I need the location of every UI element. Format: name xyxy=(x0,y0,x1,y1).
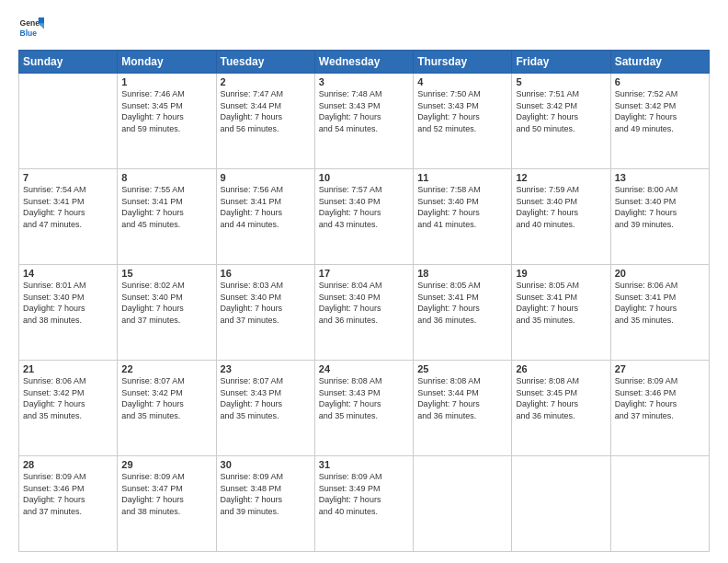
sunset-text: Sunset: 3:41 PM xyxy=(516,293,577,302)
cell-info: Sunrise: 8:09 AMSunset: 3:46 PMDaylight:… xyxy=(615,375,705,421)
daylight-text2: and 38 minutes. xyxy=(23,316,82,325)
daylight-text: Daylight: 7 hours xyxy=(121,399,184,408)
day-number: 23 xyxy=(221,363,311,374)
cell-info: Sunrise: 8:06 AMSunset: 3:42 PMDaylight:… xyxy=(23,375,113,421)
sunset-text: Sunset: 3:45 PM xyxy=(121,101,183,110)
header: General Blue xyxy=(18,15,710,40)
cell-info: Sunrise: 8:08 AMSunset: 3:43 PMDaylight:… xyxy=(319,375,409,421)
day-number: 11 xyxy=(417,172,507,183)
daylight-text: Daylight: 7 hours xyxy=(615,399,677,408)
sunrise-text: Sunrise: 7:52 AM xyxy=(615,89,678,98)
calendar-cell: 20Sunrise: 8:06 AMSunset: 3:41 PMDayligh… xyxy=(610,265,709,361)
daylight-text: Daylight: 7 hours xyxy=(417,112,480,121)
daylight-text2: and 49 minutes. xyxy=(615,124,674,133)
daylight-text2: and 50 minutes. xyxy=(516,124,574,133)
sunrise-text: Sunrise: 8:01 AM xyxy=(23,281,86,290)
daylight-text2: and 38 minutes. xyxy=(121,507,180,516)
daylight-text2: and 41 minutes. xyxy=(417,220,476,229)
day-number: 17 xyxy=(319,268,409,279)
day-number: 7 xyxy=(23,172,113,183)
day-number: 2 xyxy=(221,76,311,87)
calendar-cell: 12Sunrise: 7:59 AMSunset: 3:40 PMDayligh… xyxy=(512,169,610,265)
sunset-text: Sunset: 3:49 PM xyxy=(319,484,381,493)
cell-info: Sunrise: 8:04 AMSunset: 3:40 PMDaylight:… xyxy=(319,280,409,326)
header-monday: Monday xyxy=(118,51,216,74)
daylight-text: Daylight: 7 hours xyxy=(516,399,578,408)
sunrise-text: Sunrise: 7:51 AM xyxy=(516,89,579,98)
sunrise-text: Sunrise: 7:48 AM xyxy=(319,89,382,98)
cell-info: Sunrise: 8:09 AMSunset: 3:46 PMDaylight:… xyxy=(23,471,113,517)
sunrise-text: Sunrise: 7:54 AM xyxy=(23,185,86,194)
daylight-text: Daylight: 7 hours xyxy=(221,304,283,313)
calendar-cell: 14Sunrise: 8:01 AMSunset: 3:40 PMDayligh… xyxy=(19,265,118,361)
calendar-cell: 8Sunrise: 7:55 AMSunset: 3:41 PMDaylight… xyxy=(118,169,216,265)
cell-info: Sunrise: 8:09 AMSunset: 3:49 PMDaylight:… xyxy=(319,471,409,517)
week-row-4: 28Sunrise: 8:09 AMSunset: 3:46 PMDayligh… xyxy=(19,456,710,552)
sunrise-text: Sunrise: 8:02 AM xyxy=(121,281,185,290)
sunset-text: Sunset: 3:43 PM xyxy=(221,388,282,397)
cell-info: Sunrise: 8:08 AMSunset: 3:44 PMDaylight:… xyxy=(417,375,507,421)
day-number: 4 xyxy=(417,76,507,87)
day-number: 16 xyxy=(221,268,311,279)
sunrise-text: Sunrise: 7:59 AM xyxy=(516,185,579,194)
calendar-table: Sunday Monday Tuesday Wednesday Thursday… xyxy=(18,50,710,552)
day-number: 21 xyxy=(23,363,113,374)
daylight-text2: and 39 minutes. xyxy=(221,507,279,516)
sunset-text: Sunset: 3:40 PM xyxy=(319,197,381,206)
calendar-cell xyxy=(610,456,709,552)
cell-info: Sunrise: 8:05 AMSunset: 3:41 PMDaylight:… xyxy=(516,280,606,326)
week-row-2: 14Sunrise: 8:01 AMSunset: 3:40 PMDayligh… xyxy=(19,265,710,361)
calendar-cell: 25Sunrise: 8:08 AMSunset: 3:44 PMDayligh… xyxy=(414,361,512,456)
calendar-cell: 27Sunrise: 8:09 AMSunset: 3:46 PMDayligh… xyxy=(610,361,709,456)
sunrise-text: Sunrise: 7:47 AM xyxy=(221,89,284,98)
logo: General Blue xyxy=(18,15,26,40)
sunrise-text: Sunrise: 8:09 AM xyxy=(23,472,86,481)
sunset-text: Sunset: 3:40 PM xyxy=(121,293,183,302)
daylight-text: Daylight: 7 hours xyxy=(221,208,283,217)
calendar-cell: 18Sunrise: 8:05 AMSunset: 3:41 PMDayligh… xyxy=(414,265,512,361)
daylight-text: Daylight: 7 hours xyxy=(121,495,184,504)
day-number: 26 xyxy=(516,363,606,374)
day-number: 12 xyxy=(516,172,606,183)
daylight-text2: and 36 minutes. xyxy=(417,411,476,420)
sunrise-text: Sunrise: 8:08 AM xyxy=(319,376,382,385)
daylight-text2: and 56 minutes. xyxy=(221,124,279,133)
daylight-text2: and 40 minutes. xyxy=(516,220,574,229)
calendar-cell: 3Sunrise: 7:48 AMSunset: 3:43 PMDaylight… xyxy=(314,74,413,169)
day-number: 10 xyxy=(319,172,409,183)
cell-info: Sunrise: 8:02 AMSunset: 3:40 PMDaylight:… xyxy=(121,280,211,326)
daylight-text: Daylight: 7 hours xyxy=(417,304,480,313)
calendar-cell: 28Sunrise: 8:09 AMSunset: 3:46 PMDayligh… xyxy=(19,456,118,552)
daylight-text2: and 35 minutes. xyxy=(23,411,82,420)
daylight-text: Daylight: 7 hours xyxy=(23,399,85,408)
day-number: 3 xyxy=(319,76,409,87)
sunrise-text: Sunrise: 8:03 AM xyxy=(221,281,284,290)
calendar-cell: 29Sunrise: 8:09 AMSunset: 3:47 PMDayligh… xyxy=(118,456,216,552)
sunrise-text: Sunrise: 8:05 AM xyxy=(417,281,481,290)
daylight-text: Daylight: 7 hours xyxy=(121,304,184,313)
daylight-text: Daylight: 7 hours xyxy=(221,495,283,504)
calendar-cell: 19Sunrise: 8:05 AMSunset: 3:41 PMDayligh… xyxy=(512,265,610,361)
calendar-cell: 17Sunrise: 8:04 AMSunset: 3:40 PMDayligh… xyxy=(314,265,413,361)
sunset-text: Sunset: 3:47 PM xyxy=(121,484,183,493)
day-number: 25 xyxy=(417,363,507,374)
cell-info: Sunrise: 8:07 AMSunset: 3:43 PMDaylight:… xyxy=(221,375,311,421)
calendar-cell: 6Sunrise: 7:52 AMSunset: 3:42 PMDaylight… xyxy=(610,74,709,169)
cell-info: Sunrise: 8:09 AMSunset: 3:48 PMDaylight:… xyxy=(221,471,311,517)
cell-info: Sunrise: 7:51 AMSunset: 3:42 PMDaylight:… xyxy=(516,88,606,134)
daylight-text: Daylight: 7 hours xyxy=(516,304,578,313)
sunset-text: Sunset: 3:40 PM xyxy=(23,293,85,302)
sunrise-text: Sunrise: 7:46 AM xyxy=(121,89,185,98)
sunrise-text: Sunrise: 8:09 AM xyxy=(319,472,382,481)
calendar-cell: 23Sunrise: 8:07 AMSunset: 3:43 PMDayligh… xyxy=(216,361,314,456)
daylight-text2: and 37 minutes. xyxy=(121,316,180,325)
day-number: 6 xyxy=(615,76,705,87)
cell-info: Sunrise: 7:48 AMSunset: 3:43 PMDaylight:… xyxy=(319,88,409,134)
day-number: 15 xyxy=(121,268,211,279)
sunrise-text: Sunrise: 7:50 AM xyxy=(417,89,481,98)
daylight-text2: and 44 minutes. xyxy=(221,220,279,229)
sunset-text: Sunset: 3:43 PM xyxy=(319,388,381,397)
sunrise-text: Sunrise: 8:07 AM xyxy=(221,376,284,385)
daylight-text: Daylight: 7 hours xyxy=(121,112,184,121)
sunset-text: Sunset: 3:44 PM xyxy=(221,101,282,110)
